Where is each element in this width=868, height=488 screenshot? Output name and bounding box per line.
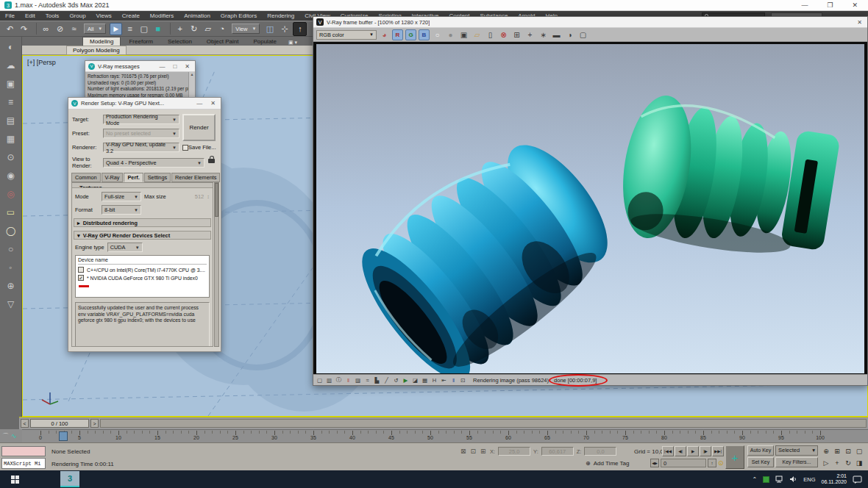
time-slider-prev-button[interactable]: < (21, 419, 29, 428)
compare-vertical-icon[interactable]: ‖ (449, 376, 458, 384)
final-frame-icon[interactable]: ⊡ (459, 376, 467, 384)
viewport-label[interactable]: [+] [Persp (27, 59, 56, 66)
frame-step-button[interactable]: ◀▶ (650, 459, 659, 467)
green-channel-icon[interactable]: G (405, 29, 416, 40)
pan-icon[interactable]: + (832, 457, 842, 468)
time-scrubber[interactable] (59, 431, 68, 441)
x-coordinate-field[interactable]: 25,0 (498, 447, 530, 456)
vfb-channel-dropdown[interactable]: RGB color▼ (316, 30, 377, 40)
view-to-render-dropdown[interactable]: Quad 4 - Perspective▼ (103, 158, 204, 168)
unlink-selection-icon[interactable]: ⊘ (54, 23, 66, 35)
engine-type-dropdown[interactable]: CUDA▼ (107, 243, 143, 252)
ribbon-config-icon[interactable]: ▦ (4, 133, 18, 145)
snap-toggle-icon[interactable]: ⊕ (4, 280, 18, 292)
maximize-button[interactable]: □ (173, 63, 177, 70)
z-coordinate-field[interactable]: 0,0 (584, 447, 616, 456)
seek-start-icon[interactable]: ⇤ (440, 376, 448, 384)
menu-graph-editors[interactable]: Graph Editors (216, 11, 262, 21)
menu-tools[interactable]: Tools (40, 11, 65, 21)
scene-explorer-icon[interactable]: ≡ (4, 96, 18, 108)
ribbon-tab-populate[interactable]: Populate (246, 37, 283, 46)
toggle-ribbon-icon[interactable]: ↑ (293, 22, 307, 36)
renderer-dropdown[interactable]: V-Ray GPU Next, update 3.2▼ (103, 143, 179, 152)
select-move-icon[interactable]: + (174, 23, 186, 35)
track-bar[interactable]: 0510152025303540455055606570758085909510… (22, 429, 868, 442)
ribbon-tab-modeling[interactable]: Modeling (82, 37, 121, 46)
redo-icon[interactable]: ↷ (18, 23, 30, 35)
selection-lock-icon[interactable]: ⊡ (471, 448, 477, 455)
go-to-start-button[interactable]: |◀◀ (662, 446, 674, 456)
minimize-button[interactable]: — (196, 100, 202, 107)
save-image-icon[interactable]: ▣ (458, 29, 469, 40)
save-file-checkbox[interactable] (182, 145, 188, 151)
refresh-icon[interactable]: ↺ (392, 376, 400, 384)
grid-icon[interactable]: ▦ (421, 376, 429, 384)
next-frame-button[interactable]: |▶ (700, 446, 711, 456)
volume-icon[interactable] (789, 476, 797, 483)
select-scale-icon[interactable]: ▱ (202, 23, 214, 35)
histogram-icon[interactable]: ▙ (373, 376, 381, 384)
menu-animation[interactable]: Animation (179, 11, 216, 21)
network-icon[interactable] (775, 476, 783, 483)
blue-channel-icon[interactable]: B (419, 29, 430, 40)
color-wheel-icon[interactable]: ◕ (379, 29, 390, 40)
close-button[interactable]: ✕ (852, 1, 858, 9)
time-slider-next-button[interactable]: > (90, 419, 99, 428)
current-frame-field[interactable]: 0 (661, 459, 706, 467)
region-render-icon[interactable]: ▢ (577, 29, 588, 40)
ribbon-options-icon[interactable]: ▣ ▾ (285, 40, 301, 46)
window-crossing-icon[interactable]: ■ (152, 23, 164, 35)
clock[interactable]: 2:01 06.11.2020 (821, 473, 847, 485)
close-button[interactable]: ✕ (185, 63, 190, 70)
tab-vray[interactable]: V-Ray (102, 173, 124, 182)
gpu-devices-rollout[interactable]: ▾ V-Ray GPU Render Devices Select (74, 231, 211, 240)
gpu-device-checkbox[interactable]: ✓ (78, 275, 84, 281)
ribbon-tab-freeform[interactable]: Freeform (122, 37, 159, 46)
mini-listener-line[interactable] (1, 446, 46, 456)
lock-view-icon[interactable] (208, 159, 215, 163)
target-dropdown[interactable]: Production Rendering Mode▼ (103, 115, 179, 124)
format-dropdown[interactable]: 8-bit▼ (102, 205, 141, 215)
pixel-info-icon[interactable]: ∗ (538, 29, 549, 40)
auto-key-button[interactable]: Auto Key (747, 445, 774, 456)
ribbon-tab-selection[interactable]: Selection (161, 37, 199, 46)
pivot-center-icon[interactable]: ◔ (216, 23, 228, 35)
vray-messages-title-bar[interactable]: V V-Ray messages — □ ✕ (85, 61, 195, 72)
go-to-end-button[interactable]: ▶▶| (712, 446, 724, 456)
coordinate-mode-icon[interactable]: ⊞ (480, 448, 486, 455)
reference-coordinate-dropdown[interactable]: View▼ (232, 24, 260, 34)
undo-icon[interactable]: ↶ (4, 23, 16, 35)
preset-dropdown[interactable]: No preset selected▼ (103, 129, 179, 138)
minimize-button[interactable]: — (801, 1, 808, 9)
mini-curve-editor-icon[interactable]: ⌒ (2, 431, 9, 441)
animation-curves-icon[interactable]: ∿ (11, 432, 17, 439)
clear-image-icon[interactable]: ⊗ (498, 29, 509, 40)
select-by-name-icon[interactable]: ≡ (124, 23, 136, 35)
menu-file[interactable]: File (0, 11, 20, 21)
clipboard-icon[interactable]: ▯ (485, 29, 496, 40)
maximize-viewport-icon[interactable]: ◨ (854, 457, 864, 468)
field-of-view-icon[interactable]: ▷ (821, 457, 831, 468)
pencil-icon[interactable]: ╱ (383, 376, 391, 384)
tray-expand-icon[interactable]: ⌃ (753, 476, 758, 483)
key-mode-icon[interactable]: ⊙ (718, 459, 724, 467)
tab-common[interactable]: Common (71, 173, 101, 182)
vfb-close-button[interactable]: ✕ (857, 19, 862, 26)
cloud-icon[interactable]: ☁ (4, 60, 18, 71)
select-and-link-icon[interactable]: ∞ (40, 23, 52, 35)
render-setup-scrollbar[interactable] (214, 182, 219, 347)
tab-settings[interactable]: Settings (144, 173, 171, 182)
mono-channel-icon[interactable]: ● (445, 29, 456, 40)
layer-explorer-icon[interactable]: ▤ (4, 115, 18, 126)
device-row-gpu[interactable]: ✓ * NVIDIA CUDA GeForce GTX 980 Ti GPU i… (78, 275, 207, 281)
time-slider-handle[interactable]: 0 / 100 (30, 419, 89, 428)
region-b-icon[interactable]: ◪ (411, 376, 419, 384)
mirror-icon[interactable]: ◫ (263, 23, 276, 35)
max-size-value[interactable]: 512 (195, 193, 204, 200)
mode-dropdown[interactable]: Full-size▼ (102, 192, 141, 201)
shape-rect-icon[interactable]: ▭ (4, 207, 18, 218)
menu-create[interactable]: Create (117, 11, 145, 21)
add-time-tag[interactable]: ⊕ Add Time Tag (586, 460, 629, 467)
start-button[interactable] (0, 470, 29, 488)
render-button[interactable]: Render (182, 114, 216, 141)
